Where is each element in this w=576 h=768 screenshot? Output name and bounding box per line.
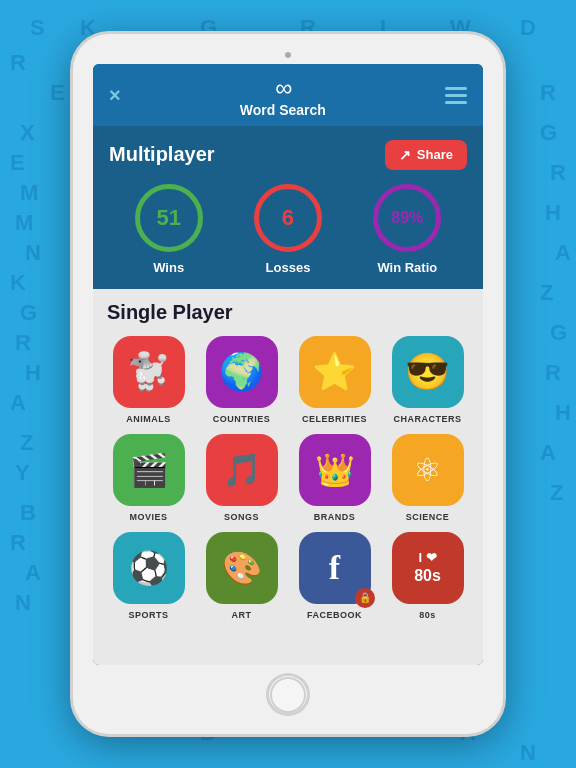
celebrities-label: CELEBRITIES bbox=[302, 414, 367, 424]
80s-text: 80s bbox=[414, 566, 441, 585]
songs-icon: 🎵 bbox=[222, 451, 262, 489]
animals-label: ANIMALS bbox=[126, 414, 171, 424]
art-icon: 🎨 bbox=[222, 549, 262, 587]
sports-label: SPORTS bbox=[128, 610, 168, 620]
wins-stat: 51 Wins bbox=[135, 184, 203, 275]
animals-icon-box: 🐩 bbox=[113, 336, 185, 408]
singleplayer-title: Single Player bbox=[107, 301, 469, 324]
multiplayer-section: Multiplayer ↗ Share 51 Wins 6 Los bbox=[93, 126, 483, 289]
category-brands[interactable]: 👑 BRANDS bbox=[293, 434, 376, 522]
characters-icon-box: 😎 bbox=[392, 336, 464, 408]
ratio-value: 89% bbox=[391, 209, 423, 227]
multiplayer-title: Multiplayer bbox=[109, 143, 215, 166]
brands-icon-box: 👑 bbox=[299, 434, 371, 506]
infinity-logo-icon: ∞ bbox=[275, 74, 290, 102]
category-countries[interactable]: 🌍 COUNTRIES bbox=[200, 336, 283, 424]
stats-row: 51 Wins 6 Losses 89% Win Ratio bbox=[109, 184, 467, 275]
movies-icon: 🎬 bbox=[129, 451, 169, 489]
songs-label: SONGS bbox=[224, 512, 259, 522]
category-celebrities[interactable]: ⭐ CELEBRITIES bbox=[293, 336, 376, 424]
characters-label: CHARACTERS bbox=[394, 414, 462, 424]
category-facebook[interactable]: f 🔒 FACEBOOK bbox=[293, 532, 376, 620]
sports-icon-box: ⚽ bbox=[113, 532, 185, 604]
sports-icon: ⚽ bbox=[129, 549, 169, 587]
80s-icon-box: I ❤ 80s bbox=[392, 532, 464, 604]
celebrities-icon-box: ⭐ bbox=[299, 336, 371, 408]
category-science[interactable]: ⚛ SCIENCE bbox=[386, 434, 469, 522]
wins-circle: 51 bbox=[135, 184, 203, 252]
movies-icon-box: 🎬 bbox=[113, 434, 185, 506]
art-icon-box: 🎨 bbox=[206, 532, 278, 604]
facebook-icon-box: f 🔒 bbox=[299, 532, 371, 604]
countries-label: COUNTRIES bbox=[213, 414, 271, 424]
science-label: SCIENCE bbox=[406, 512, 450, 522]
facebook-icon: f bbox=[329, 549, 340, 587]
category-art[interactable]: 🎨 ART bbox=[200, 532, 283, 620]
singleplayer-section: Single Player 🐩 ANIMALS 🌍 COUNTRIES bbox=[93, 289, 483, 665]
category-grid: 🐩 ANIMALS 🌍 COUNTRIES ⭐ CELEBRITI bbox=[107, 336, 469, 620]
ratio-stat: 89% Win Ratio bbox=[373, 184, 441, 275]
celebrities-icon: ⭐ bbox=[312, 351, 357, 393]
close-button[interactable]: × bbox=[109, 84, 121, 107]
category-movies[interactable]: 🎬 MOVIES bbox=[107, 434, 190, 522]
category-songs[interactable]: 🎵 SONGS bbox=[200, 434, 283, 522]
ipad-frame: × ∞ Word Search Multiplayer ↗ Share bbox=[73, 34, 503, 734]
category-animals[interactable]: 🐩 ANIMALS bbox=[107, 336, 190, 424]
nav-bar: × ∞ Word Search bbox=[93, 64, 483, 126]
app-title: Word Search bbox=[240, 102, 326, 118]
science-icon: ⚛ bbox=[413, 451, 442, 489]
animals-icon: 🐩 bbox=[126, 351, 171, 393]
80s-label: 80s bbox=[419, 610, 436, 620]
facebook-label: FACEBOOK bbox=[307, 610, 362, 620]
losses-value: 6 bbox=[282, 205, 294, 231]
brands-icon: 👑 bbox=[315, 451, 355, 489]
category-sports[interactable]: ⚽ SPORTS bbox=[107, 532, 190, 620]
share-label: Share bbox=[417, 147, 453, 162]
art-label: ART bbox=[232, 610, 252, 620]
ratio-label: Win Ratio bbox=[377, 260, 437, 275]
brands-label: BRANDS bbox=[314, 512, 356, 522]
80s-i-heart: I ❤ bbox=[418, 550, 436, 566]
lock-badge: 🔒 bbox=[355, 588, 375, 608]
nav-title-area: ∞ Word Search bbox=[240, 74, 326, 118]
wins-label: Wins bbox=[153, 260, 184, 275]
losses-stat: 6 Losses bbox=[254, 184, 322, 275]
characters-icon: 😎 bbox=[405, 351, 450, 393]
countries-icon-box: 🌍 bbox=[206, 336, 278, 408]
losses-circle: 6 bbox=[254, 184, 322, 252]
wins-value: 51 bbox=[156, 205, 180, 231]
home-button-inner bbox=[270, 677, 306, 713]
ratio-circle: 89% bbox=[373, 184, 441, 252]
countries-icon: 🌍 bbox=[219, 351, 264, 393]
losses-label: Losses bbox=[266, 260, 311, 275]
menu-button[interactable] bbox=[445, 87, 467, 104]
category-characters[interactable]: 😎 CHARACTERS bbox=[386, 336, 469, 424]
category-80s[interactable]: I ❤ 80s 80s bbox=[386, 532, 469, 620]
share-button[interactable]: ↗ Share bbox=[385, 140, 467, 170]
camera-dot bbox=[285, 52, 291, 58]
multiplayer-header: Multiplayer ↗ Share bbox=[109, 140, 467, 170]
share-icon: ↗ bbox=[399, 147, 411, 163]
home-button[interactable] bbox=[266, 673, 310, 716]
screen: × ∞ Word Search Multiplayer ↗ Share bbox=[93, 64, 483, 665]
science-icon-box: ⚛ bbox=[392, 434, 464, 506]
movies-label: MOVIES bbox=[129, 512, 167, 522]
songs-icon-box: 🎵 bbox=[206, 434, 278, 506]
